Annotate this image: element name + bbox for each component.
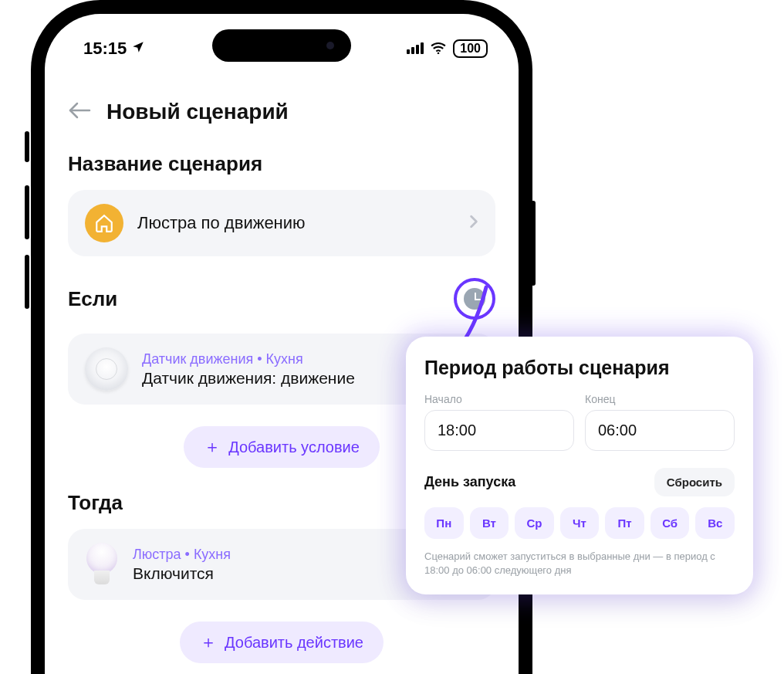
phone-side-button — [25, 131, 29, 162]
start-label: Начало — [424, 393, 574, 405]
day-sun[interactable]: Вс — [695, 507, 735, 539]
plus-icon: ＋ — [200, 631, 217, 654]
days-row: Пн Вт Ср Чт Пт Сб Вс — [424, 507, 735, 539]
end-time-input[interactable]: 06:00 — [585, 410, 735, 451]
day-tue[interactable]: Вт — [470, 507, 509, 539]
add-action-button[interactable]: ＋ Добавить действие — [180, 622, 384, 663]
clock-icon — [464, 288, 485, 310]
scenario-name-row[interactable]: Люстра по движению — [68, 190, 495, 256]
wifi-icon — [430, 39, 447, 59]
start-time-input[interactable]: 18:00 — [424, 410, 574, 451]
phone-side-button — [25, 255, 29, 309]
svg-rect-0 — [407, 49, 410, 54]
svg-rect-2 — [416, 45, 419, 54]
schedule-button[interactable] — [454, 278, 495, 320]
location-icon — [131, 39, 145, 59]
home-icon — [85, 204, 123, 242]
back-button[interactable] — [68, 99, 91, 125]
svg-rect-1 — [411, 47, 414, 54]
phone-side-button — [25, 185, 29, 239]
day-thu[interactable]: Чт — [560, 507, 600, 539]
day-mon[interactable]: Пн — [424, 507, 464, 539]
section-name-label: Название сценария — [68, 152, 495, 176]
page-title: Новый сценарий — [106, 100, 289, 124]
chevron-right-icon — [469, 213, 478, 233]
signal-icon — [407, 39, 424, 59]
bulb-icon — [85, 543, 119, 586]
add-condition-label: Добавить условие — [228, 439, 360, 456]
section-if-label: Если — [68, 287, 117, 311]
svg-rect-3 — [421, 42, 424, 54]
scenario-name-value: Люстра по движению — [137, 213, 455, 233]
add-action-label: Добавить действие — [225, 634, 363, 652]
popup-title: Период работы сценария — [424, 357, 735, 379]
svg-point-4 — [438, 52, 439, 54]
popup-footnote: Сценарий сможет запуститься в выбранные … — [424, 550, 735, 577]
day-sat[interactable]: Сб — [651, 507, 690, 539]
end-label: Конец — [585, 393, 735, 405]
day-wed[interactable]: Ср — [515, 507, 554, 539]
day-fri[interactable]: Пт — [605, 507, 644, 539]
add-condition-button[interactable]: ＋ Добавить условие — [184, 426, 380, 468]
dynamic-island — [212, 29, 351, 62]
motion-sensor-icon — [85, 347, 128, 391]
schedule-popup: Период работы сценария Начало 18:00 Коне… — [406, 337, 753, 594]
plus-icon: ＋ — [204, 435, 221, 459]
status-time: 15:15 — [83, 39, 127, 59]
reset-button[interactable]: Сбросить — [654, 468, 735, 496]
battery-icon: 100 — [453, 39, 488, 58]
launch-day-label: День запуска — [424, 474, 515, 490]
